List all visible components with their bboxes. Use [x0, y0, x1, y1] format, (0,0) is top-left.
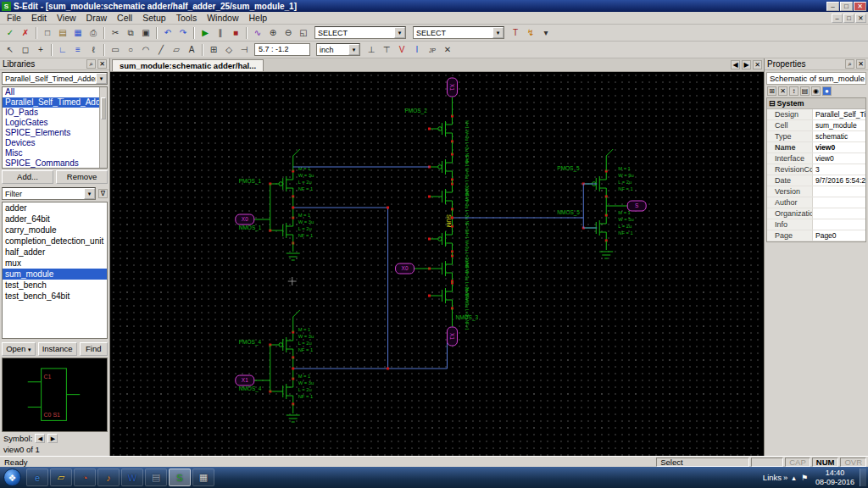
zoom-in-button[interactable]: ⊕: [265, 26, 281, 40]
property-row[interactable]: Version: [767, 186, 865, 197]
library-item[interactable]: SPICE_Commands: [3, 158, 107, 169]
library-item[interactable]: SPICE_Elements: [3, 128, 107, 138]
pan-button[interactable]: +: [33, 43, 48, 57]
chevron-down-icon[interactable]: ▾: [348, 44, 359, 55]
collapse-icon[interactable]: ⊟: [767, 98, 776, 108]
taskbar-browser-icon[interactable]: ◔: [74, 469, 96, 486]
property-row[interactable]: DesignParallel_Self_Tim: [767, 109, 865, 120]
zoom-box-button[interactable]: ◻: [18, 43, 33, 57]
waveform-button[interactable]: ∿: [250, 26, 265, 40]
cut-button[interactable]: ✂: [108, 26, 123, 40]
no-connect-button[interactable]: ✕: [440, 43, 455, 57]
menu-help[interactable]: Help: [244, 12, 273, 24]
property-row[interactable]: Date9/7/2016 5:54:20: [767, 175, 865, 186]
menu-tools[interactable]: Tools: [171, 12, 203, 24]
cell-item[interactable]: mux: [3, 258, 107, 269]
prev-view-button[interactable]: ◀: [35, 434, 45, 443]
chevron-down-icon[interactable]: ▾: [96, 73, 107, 84]
cell-item[interactable]: carry_module: [3, 225, 107, 236]
trace-tool-button[interactable]: ↯: [523, 26, 538, 40]
menu-cell[interactable]: Cell: [112, 12, 137, 24]
chevron-down-icon[interactable]: ▾: [84, 188, 95, 199]
property-value[interactable]: Page0: [813, 230, 865, 241]
property-value[interactable]: 9/7/2016 5:54:20: [813, 175, 865, 186]
property-value[interactable]: Parallel_Self_Tim: [813, 109, 865, 119]
print-button[interactable]: ⎙: [86, 26, 101, 40]
vdd-symbol[interactable]: [606, 149, 613, 171]
ground-symbol[interactable]: [287, 415, 300, 422]
schematic-canvas[interactable]: PMOS_1M = 1W = 3uL = 2uNF = 1NMOS_1M = 1…: [110, 72, 764, 456]
ground-symbol-button[interactable]: ⊥: [364, 43, 379, 57]
taskbar-office-icon[interactable]: W: [121, 469, 143, 486]
menu-edit[interactable]: Edit: [26, 12, 52, 24]
taskbar-notepad-icon[interactable]: ▤: [145, 469, 167, 486]
probe-tool-button[interactable]: T: [508, 26, 523, 40]
new-file-button[interactable]: □: [40, 26, 55, 40]
library-item[interactable]: Misc: [3, 148, 107, 158]
property-value[interactable]: view0: [813, 142, 865, 152]
library-item[interactable]: Parallel_Self_Timed_Adder: [3, 97, 107, 108]
taskbar-s-edit-icon[interactable]: S: [169, 469, 191, 486]
probe-voltage-button[interactable]: V: [394, 43, 409, 57]
property-value[interactable]: [813, 219, 865, 230]
units-combo[interactable]: inch ▾: [316, 43, 360, 56]
category-view-icon[interactable]: ▤: [800, 86, 810, 96]
cell-item[interactable]: completion_detection_unit: [3, 236, 107, 247]
transistor-PMOS_1[interactable]: [269, 170, 294, 198]
port-X1[interactable]: X1: [447, 78, 457, 97]
transistor-unnamed[interactable]: [428, 153, 453, 181]
menu-view[interactable]: View: [52, 12, 81, 24]
color-icon[interactable]: ●: [822, 86, 832, 96]
transistor-unnamed[interactable]: [428, 183, 453, 211]
port-X0[interactable]: X0: [236, 214, 254, 225]
symbol-tool-button[interactable]: ◇: [221, 43, 236, 57]
instance-tool-button[interactable]: ⊞: [206, 43, 221, 57]
cell-item[interactable]: adder: [3, 202, 107, 214]
library-item[interactable]: All: [3, 87, 107, 97]
circle-tool-button[interactable]: ○: [123, 43, 138, 57]
close-button[interactable]: ✕: [854, 2, 866, 11]
library-item[interactable]: IO_Pads: [3, 108, 107, 118]
cell-item[interactable]: test_bench: [3, 280, 107, 291]
transistor-unnamed[interactable]: [428, 255, 453, 283]
pause-simulation-button[interactable]: ∥: [213, 26, 228, 40]
error-check-button[interactable]: ✗: [18, 26, 33, 40]
transistor-unnamed[interactable]: [428, 225, 453, 253]
undo-button[interactable]: ↶: [160, 26, 175, 40]
menu-draw[interactable]: Draw: [81, 12, 113, 24]
pin-icon[interactable]: ⌕: [86, 59, 96, 69]
filter-icon[interactable]: ∇: [98, 189, 108, 198]
start-button[interactable]: ❖: [3, 469, 21, 486]
property-value[interactable]: [813, 208, 865, 219]
cell-item[interactable]: adder_64bit: [3, 214, 107, 225]
property-row[interactable]: Info: [767, 219, 865, 230]
property-row[interactable]: Typeschematic: [767, 131, 865, 142]
port-X1[interactable]: X1: [447, 327, 457, 346]
property-row[interactable]: Author: [767, 197, 865, 208]
links-toolbar[interactable]: Links: [763, 473, 782, 482]
property-row[interactable]: Nameview0: [767, 142, 865, 153]
new-property-icon[interactable]: ⊞: [767, 86, 776, 96]
bus-tool-button[interactable]: ≡: [70, 43, 86, 57]
taskbar-calendar-icon[interactable]: ▦: [192, 469, 214, 486]
child-minimize-button[interactable]: –: [832, 14, 843, 23]
instance-cell-button[interactable]: Instance: [38, 342, 77, 356]
copy-button[interactable]: ⧉: [123, 26, 138, 40]
menu-setup[interactable]: Setup: [137, 12, 170, 24]
jp-tool-button[interactable]: JP: [425, 43, 440, 57]
select-combo-1[interactable]: SELECT ▾: [314, 26, 406, 39]
polygon-tool-button[interactable]: ▱: [169, 43, 184, 57]
port-S[interactable]: S: [627, 201, 646, 211]
select-cursor-button[interactable]: ↖: [3, 43, 18, 57]
library-list-scrollbar[interactable]: [99, 87, 107, 168]
next-view-button[interactable]: ▶: [47, 434, 58, 443]
delete-property-icon[interactable]: ✕: [778, 86, 787, 96]
vdd-symbol-button[interactable]: ⊤: [379, 43, 394, 57]
transistor-NMOS_3[interactable]: [428, 282, 453, 310]
property-value[interactable]: schematic: [813, 131, 865, 141]
check-design-button[interactable]: ✓: [3, 26, 18, 40]
more-options-button[interactable]: ▾: [538, 26, 554, 40]
taskbar-internet-explorer-icon[interactable]: e: [26, 469, 48, 486]
stop-simulation-button[interactable]: ■: [228, 26, 243, 40]
chevron-down-icon[interactable]: ▾: [492, 27, 504, 38]
